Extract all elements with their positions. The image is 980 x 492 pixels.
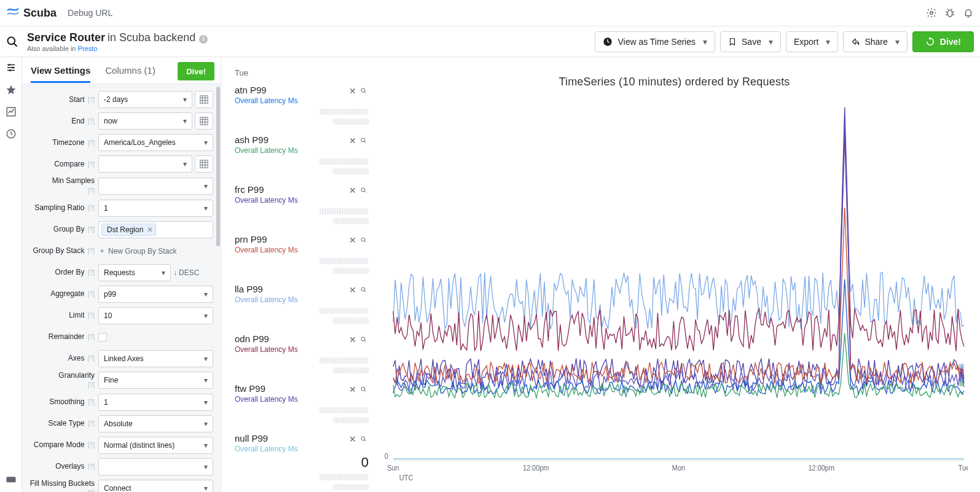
groupby-chips[interactable]: Dst Region✕ bbox=[98, 221, 213, 238]
limit-input[interactable]: 10▾ bbox=[98, 307, 213, 324]
help-icon[interactable]: [?] bbox=[88, 96, 95, 103]
info-icon[interactable]: i bbox=[199, 35, 208, 44]
chevron-down-icon: ▾ bbox=[703, 37, 707, 47]
help-icon[interactable]: [?] bbox=[88, 463, 95, 470]
bug-icon[interactable] bbox=[944, 7, 955, 18]
help-icon[interactable]: [?] bbox=[88, 248, 95, 254]
legend-remove-icon[interactable]: ✕ bbox=[348, 86, 358, 96]
sampling-input[interactable]: 1▾ bbox=[98, 200, 213, 217]
legend-remove-icon[interactable]: ✕ bbox=[348, 136, 358, 146]
help-icon[interactable]: [?] bbox=[88, 139, 95, 146]
legend-zoom-icon[interactable] bbox=[359, 385, 369, 394]
compare-calendar-button[interactable] bbox=[195, 155, 213, 173]
save-dropdown[interactable]: Save ▾ bbox=[720, 31, 781, 52]
help-icon[interactable]: [?] bbox=[88, 355, 95, 362]
minsamples-input[interactable]: ▾ bbox=[98, 178, 213, 195]
search-icon[interactable] bbox=[6, 36, 18, 48]
groupby-chip[interactable]: Dst Region✕ bbox=[101, 224, 156, 236]
gear-icon[interactable] bbox=[926, 7, 937, 18]
legend-item[interactable]: ash P99Overall Latency Ms✕ bbox=[235, 135, 369, 174]
legend-item[interactable]: ftw P99Overall Latency Ms✕ bbox=[235, 383, 369, 423]
help-icon[interactable]: [?] bbox=[88, 490, 95, 492]
help-icon[interactable]: [?] bbox=[88, 442, 95, 448]
legend-item[interactable]: odn P99Overall Latency Ms✕ bbox=[235, 334, 369, 373]
help-icon[interactable]: [?] bbox=[88, 118, 95, 125]
legend-zoom-icon[interactable] bbox=[359, 335, 369, 345]
panel-dive-button[interactable]: Dive! bbox=[178, 62, 214, 80]
legend-remove-icon[interactable]: ✕ bbox=[348, 235, 358, 245]
legend-remove-icon[interactable]: ✕ bbox=[348, 335, 358, 345]
timezone-select[interactable]: America/Los_Angeles▾ bbox=[98, 134, 213, 151]
help-icon[interactable]: [?] bbox=[88, 334, 95, 340]
view-as-dropdown[interactable]: View as Time Series ▾ bbox=[595, 31, 715, 52]
start-input[interactable]: -2 days▾ bbox=[98, 91, 192, 108]
svg-text:UTC: UTC bbox=[399, 474, 413, 481]
legend-item[interactable]: prn P99Overall Latency Ms✕ bbox=[235, 234, 369, 274]
share-dropdown[interactable]: Share ▾ bbox=[843, 31, 907, 52]
help-icon[interactable]: [?] bbox=[88, 291, 95, 297]
view-as-label: View as Time Series bbox=[617, 37, 696, 47]
help-icon[interactable]: [?] bbox=[88, 269, 95, 276]
dive-button[interactable]: Dive! bbox=[912, 31, 974, 52]
chart-line-icon[interactable] bbox=[6, 106, 17, 117]
legend-item[interactable]: atn P99Overall Latency Ms✕ bbox=[235, 85, 369, 125]
legend-sparkline bbox=[319, 474, 369, 480]
legend-zoom-icon[interactable] bbox=[359, 86, 369, 96]
help-icon[interactable]: [?] bbox=[88, 205, 95, 211]
scaletype-select[interactable]: Absolute▾ bbox=[98, 415, 213, 432]
timeseries-chart[interactable]: 0Sun12:00pmMon12:00pmTueUTC bbox=[381, 93, 968, 492]
overlays-select[interactable]: ▾ bbox=[98, 458, 213, 475]
legend-item[interactable]: lla P99Overall Latency Ms✕ bbox=[235, 284, 369, 324]
legend-zoom-icon[interactable] bbox=[359, 434, 369, 444]
legend-item[interactable]: null P99Overall Latency Ms✕0 bbox=[235, 433, 369, 490]
fill-select[interactable]: Connect▾ bbox=[98, 480, 213, 492]
keyboard-icon[interactable] bbox=[6, 474, 17, 485]
help-icon[interactable]: [?] bbox=[88, 381, 95, 388]
orderby-direction[interactable]: ↓DESC bbox=[173, 268, 199, 277]
legend-remove-icon[interactable]: ✕ bbox=[348, 434, 358, 444]
chart-area[interactable]: 0Sun12:00pmMon12:00pmTueUTC bbox=[381, 93, 968, 492]
remainder-checkbox[interactable] bbox=[98, 333, 107, 342]
legend-item[interactable]: frc P99Overall Latency Ms✕ bbox=[235, 184, 369, 224]
scrollbar-handle[interactable] bbox=[216, 87, 220, 246]
legend-zoom-icon[interactable] bbox=[359, 185, 369, 195]
smoothing-select[interactable]: 1▾ bbox=[98, 394, 213, 411]
tab-columns[interactable]: Columns (1) bbox=[105, 58, 155, 83]
legend-remove-icon[interactable]: ✕ bbox=[348, 285, 358, 295]
presto-link[interactable]: Presto bbox=[78, 45, 98, 52]
app-logo-area[interactable]: Scuba bbox=[6, 6, 57, 20]
help-icon[interactable]: [?] bbox=[88, 420, 95, 427]
legend-zoom-icon[interactable] bbox=[359, 136, 369, 146]
axes-select[interactable]: Linked Axes▾ bbox=[98, 350, 213, 367]
legend-sparkline bbox=[333, 168, 369, 174]
end-calendar-button[interactable] bbox=[195, 112, 213, 130]
orderby-select[interactable]: Requests▾ bbox=[98, 264, 171, 281]
new-groupby-stack-button[interactable]: ＋New Group By Stack bbox=[98, 246, 176, 256]
page-title-block: Service Router in Scuba backend i Also a… bbox=[27, 31, 208, 52]
sliders-icon[interactable] bbox=[6, 62, 17, 73]
compare-input[interactable]: ▾ bbox=[98, 155, 192, 173]
aggregate-select[interactable]: p99▾ bbox=[98, 286, 213, 303]
comparemode-select[interactable]: Normal (distinct lines)▾ bbox=[98, 437, 213, 454]
help-icon[interactable]: [?] bbox=[88, 187, 95, 194]
start-calendar-button[interactable] bbox=[195, 91, 213, 108]
help-icon[interactable]: [?] bbox=[88, 312, 95, 319]
help-icon[interactable]: [?] bbox=[88, 161, 95, 168]
legend-sparkline bbox=[319, 208, 369, 214]
legend-remove-icon[interactable]: ✕ bbox=[348, 185, 358, 195]
svg-text:0: 0 bbox=[385, 453, 388, 460]
star-icon[interactable] bbox=[6, 84, 17, 95]
legend-remove-icon[interactable]: ✕ bbox=[348, 385, 358, 394]
end-input[interactable]: now▾ bbox=[98, 112, 192, 130]
bell-icon[interactable] bbox=[963, 7, 974, 18]
legend-zoom-icon[interactable] bbox=[359, 235, 369, 245]
debug-url-link[interactable]: Debug URL bbox=[68, 8, 112, 18]
export-dropdown[interactable]: Export ▾ bbox=[786, 31, 838, 52]
tab-view-settings[interactable]: View Settings bbox=[31, 58, 90, 83]
help-icon[interactable]: [?] bbox=[88, 226, 95, 233]
chip-remove-icon[interactable]: ✕ bbox=[147, 225, 153, 234]
legend-zoom-icon[interactable] bbox=[359, 285, 369, 295]
granularity-select[interactable]: Fine▾ bbox=[98, 372, 213, 389]
history-icon[interactable] bbox=[6, 128, 17, 139]
help-icon[interactable]: [?] bbox=[88, 399, 95, 405]
